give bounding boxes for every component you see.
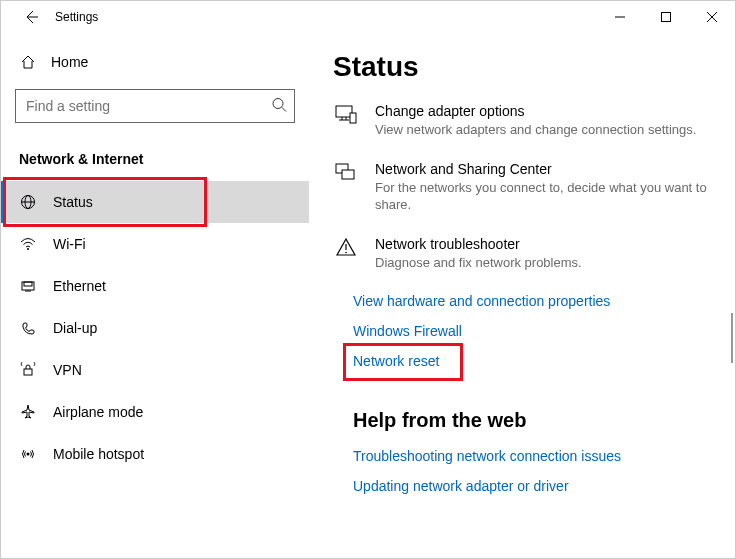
sidebar-item-label: VPN [53, 362, 82, 378]
maximize-button[interactable] [643, 1, 689, 33]
search-input[interactable] [15, 89, 295, 123]
link-help-troubleshoot[interactable]: Troubleshooting network connection issue… [353, 448, 725, 464]
main-pane: Status Change adapter options View netwo… [309, 33, 735, 558]
close-button[interactable] [689, 1, 735, 33]
search-box [15, 89, 295, 123]
sidebar-item-label: Dial-up [53, 320, 97, 336]
svg-rect-23 [342, 170, 354, 179]
option-desc: View network adapters and change connect… [375, 121, 715, 139]
option-title: Network troubleshooter [375, 236, 715, 252]
ethernet-icon [19, 277, 37, 295]
svg-point-4 [273, 99, 283, 109]
sidebar-item-vpn[interactable]: VPN [1, 349, 309, 391]
option-troubleshoot[interactable]: Network troubleshooter Diagnose and fix … [333, 236, 725, 272]
page-title: Status [333, 51, 725, 83]
option-sharing[interactable]: Network and Sharing Center For the netwo… [333, 161, 725, 214]
warning-icon [333, 236, 359, 272]
link-help-update-adapter[interactable]: Updating network adapter or driver [353, 478, 725, 494]
svg-point-25 [345, 251, 347, 253]
home-nav[interactable]: Home [1, 43, 309, 81]
window-title: Settings [55, 10, 98, 24]
sidebar-item-wifi[interactable]: Wi-Fi [1, 223, 309, 265]
minimize-button[interactable] [597, 1, 643, 33]
svg-line-5 [282, 108, 286, 112]
link-hardware-properties[interactable]: View hardware and connection properties [353, 293, 725, 309]
home-icon [19, 53, 37, 71]
dialup-icon [19, 319, 37, 337]
sidebar-item-status[interactable]: Status [1, 181, 309, 223]
home-label: Home [51, 54, 88, 70]
svg-rect-1 [662, 13, 671, 22]
svg-rect-11 [24, 282, 32, 286]
maximize-icon [661, 12, 671, 22]
svg-point-16 [27, 453, 30, 456]
sidebar-item-label: Status [53, 194, 93, 210]
arrow-left-icon [23, 9, 39, 25]
hotspot-icon [19, 445, 37, 463]
wifi-icon [19, 235, 37, 253]
link-network-reset[interactable]: Network reset [353, 353, 439, 369]
option-title: Network and Sharing Center [375, 161, 715, 177]
sidebar: Home Network & Internet Status [1, 33, 309, 558]
airplane-icon [19, 403, 37, 421]
option-title: Change adapter options [375, 103, 715, 119]
minimize-icon [615, 12, 625, 22]
close-icon [707, 12, 717, 22]
sidebar-item-hotspot[interactable]: Mobile hotspot [1, 433, 309, 475]
svg-point-9 [27, 248, 29, 250]
option-desc: Diagnose and fix network problems. [375, 254, 715, 272]
back-button[interactable] [15, 1, 47, 33]
scrollbar[interactable] [731, 313, 733, 363]
titlebar: Settings [1, 1, 735, 33]
window-controls [597, 1, 735, 33]
svg-rect-21 [350, 113, 356, 123]
sidebar-item-dialup[interactable]: Dial-up [1, 307, 309, 349]
sidebar-item-label: Mobile hotspot [53, 446, 144, 462]
option-desc: For the networks you connect to, decide … [375, 179, 715, 214]
sidebar-item-label: Airplane mode [53, 404, 143, 420]
vpn-icon [19, 361, 37, 379]
sidebar-item-ethernet[interactable]: Ethernet [1, 265, 309, 307]
sidebar-item-airplane[interactable]: Airplane mode [1, 391, 309, 433]
globe-icon [19, 193, 37, 211]
sharing-icon [333, 161, 359, 214]
search-icon [271, 97, 287, 116]
category-heading: Network & Internet [19, 151, 309, 167]
help-heading: Help from the web [353, 409, 725, 432]
monitor-icon [333, 103, 359, 139]
link-windows-firewall[interactable]: Windows Firewall [353, 323, 725, 339]
option-adapter[interactable]: Change adapter options View network adap… [333, 103, 725, 139]
sidebar-item-label: Wi-Fi [53, 236, 86, 252]
svg-rect-15 [24, 369, 32, 375]
sidebar-item-label: Ethernet [53, 278, 106, 294]
